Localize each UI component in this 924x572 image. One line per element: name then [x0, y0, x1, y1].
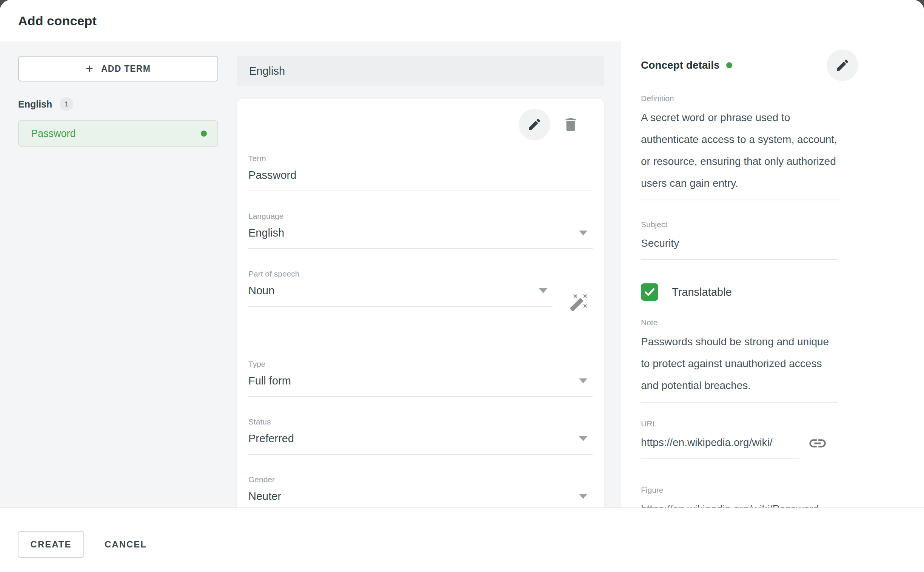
dialog-header: Add concept — [0, 0, 924, 42]
concept-details-header: Concept details — [641, 50, 858, 81]
trash-icon — [562, 116, 579, 133]
term-list-item-label: Password — [31, 128, 76, 140]
definition-input[interactable]: A secret word or phrase used to authenti… — [641, 107, 838, 201]
url-field-label: URL — [641, 419, 799, 428]
edit-term-button[interactable] — [519, 109, 550, 140]
gender-field-label: Gender — [248, 475, 593, 484]
term-fields: Term Password Language English — [248, 154, 593, 507]
chevron-down-icon — [579, 378, 587, 383]
concept-status-dot — [726, 62, 732, 68]
part-of-speech-field: Part of speech Noun — [248, 269, 552, 307]
status-field-label: Status — [248, 417, 593, 426]
open-link-button[interactable] — [807, 433, 828, 454]
language-select[interactable]: English — [248, 227, 593, 249]
add-term-button[interactable]: + ADD TERM — [18, 56, 218, 81]
dialog-body: + ADD TERM English 1 Password English — [0, 42, 924, 507]
definition-field-label: Definition — [641, 94, 838, 103]
dialog-title: Add concept — [18, 14, 96, 28]
status-select[interactable]: Preferred — [248, 432, 593, 455]
term-field-label: Term — [248, 154, 593, 163]
editor-language-header-label: English — [249, 65, 285, 77]
concept-details-panel: Concept details Definition A secret word… — [621, 42, 924, 507]
url-field: URL https://en.wikipedia.org/wiki/ — [641, 419, 799, 459]
definition-field: Definition A secret word or phrase used … — [641, 94, 838, 201]
delete-term-button[interactable] — [555, 109, 586, 140]
add-concept-dialog: Add concept + ADD TERM English 1 Passwor… — [0, 0, 924, 572]
gender-select-value: Neuter — [248, 490, 281, 502]
figure-field-label: Figure — [641, 486, 838, 495]
status-select-value: Preferred — [248, 432, 294, 445]
type-field-label: Type — [248, 359, 593, 368]
magic-wand-icon — [569, 292, 589, 312]
terms-sidebar: + ADD TERM English 1 Password — [0, 42, 237, 507]
status-field: Status Preferred — [248, 417, 593, 455]
note-field-label: Note — [641, 318, 838, 327]
part-of-speech-select[interactable]: Noun — [248, 284, 552, 307]
term-list-item[interactable]: Password — [18, 120, 218, 147]
screen: Add concept + ADD TERM English 1 Passwor… — [0, 0, 924, 572]
subject-field-label: Subject — [641, 220, 838, 229]
translatable-label: Translatable — [672, 286, 732, 298]
checkmark-icon — [643, 286, 656, 298]
type-select-value: Full form — [248, 375, 291, 387]
add-term-button-label: ADD TERM — [101, 64, 151, 74]
gender-select[interactable]: Neuter — [248, 490, 593, 507]
chevron-down-icon — [579, 436, 587, 441]
dialog-footer: CREATE CANCEL — [0, 507, 924, 572]
note-input[interactable]: Passwords should be strong and unique to… — [641, 331, 838, 403]
term-input-value: Password — [248, 169, 296, 182]
term-editor-card: Term Password Language English — [237, 99, 604, 507]
url-input[interactable]: https://en.wikipedia.org/wiki/ — [641, 435, 799, 459]
concept-details-content: Concept details Definition A secret word… — [641, 50, 838, 525]
url-row: URL https://en.wikipedia.org/wiki/ — [641, 419, 838, 459]
subject-input[interactable]: Security — [641, 236, 838, 260]
plus-icon: + — [86, 62, 93, 75]
type-select[interactable]: Full form — [248, 375, 593, 397]
language-select-value: English — [248, 227, 284, 239]
subject-field: Subject Security — [641, 220, 838, 260]
part-of-speech-select-value: Noun — [248, 284, 274, 297]
note-field: Note Passwords should be strong and uniq… — [641, 318, 838, 403]
editor-language-header: English — [237, 56, 604, 86]
type-field: Type Full form — [248, 359, 593, 397]
gender-field: Gender Neuter — [248, 475, 593, 507]
edit-concept-button[interactable] — [827, 50, 858, 81]
language-field: Language English — [248, 212, 593, 249]
chevron-down-icon — [579, 230, 587, 235]
term-editor-column: English Term — [237, 42, 621, 507]
term-status-dot — [201, 131, 207, 137]
chevron-down-icon — [539, 288, 547, 293]
part-of-speech-row: Part of speech Noun — [248, 269, 593, 327]
term-card-actions — [248, 109, 593, 140]
create-button[interactable]: CREATE — [18, 531, 84, 558]
part-of-speech-field-label: Part of speech — [248, 269, 552, 278]
term-input[interactable]: Password — [248, 169, 593, 191]
pencil-icon — [527, 117, 542, 132]
concept-details-title: Concept details — [641, 59, 719, 72]
term-field: Term Password — [248, 154, 593, 191]
checkbox-checked-icon[interactable] — [641, 283, 658, 301]
link-icon — [808, 434, 828, 453]
language-field-label: Language — [248, 212, 593, 221]
auto-detect-button[interactable] — [568, 291, 590, 314]
language-group-label: English — [18, 99, 52, 110]
term-count-badge: 1 — [60, 97, 73, 111]
cancel-button[interactable]: CANCEL — [100, 531, 151, 558]
translatable-checkbox-row[interactable]: Translatable — [641, 283, 838, 301]
pencil-icon — [835, 58, 850, 73]
chevron-down-icon — [579, 494, 587, 499]
language-group-header: English 1 — [18, 97, 218, 111]
